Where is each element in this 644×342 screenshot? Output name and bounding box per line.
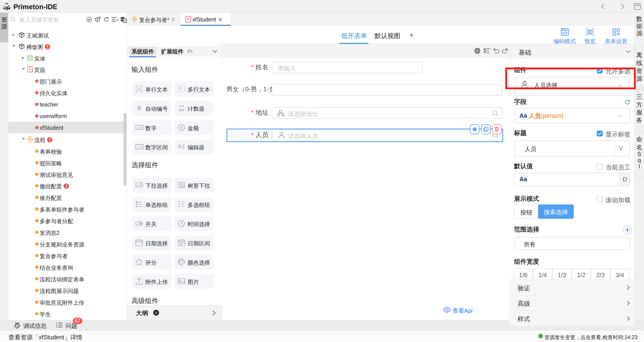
svg-text:A: A [178,143,182,150]
svg-text:A: A [179,86,182,90]
svg-text:AI: AI [88,18,90,21]
svg-text:文: 文 [124,20,126,22]
svg-text:1~3: 1~3 [137,146,142,149]
svg-text:#: # [137,104,141,112]
svg-text:A: A [138,86,141,91]
svg-text:123: 123 [137,126,142,130]
svg-text:i: i [156,311,156,315]
svg-text:¥: ¥ [180,126,183,130]
